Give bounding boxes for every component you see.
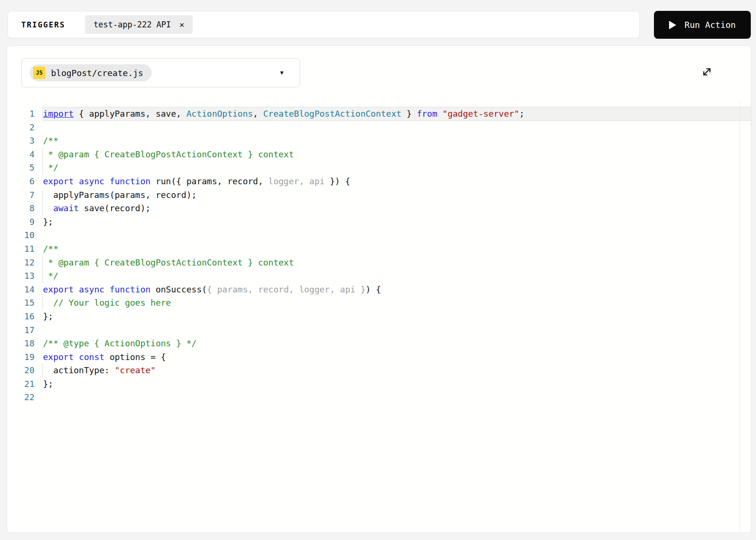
file-name: blogPost/create.js xyxy=(51,68,143,78)
code-editor[interactable]: 1import { applyParams, save, ActionOptio… xyxy=(7,102,751,532)
line-number: 7 xyxy=(7,189,34,202)
line-number: 11 xyxy=(7,242,34,256)
play-icon xyxy=(669,21,676,29)
line-number: 18 xyxy=(7,337,34,351)
code-line[interactable]: 14export async function onSuccess({ para… xyxy=(7,283,751,297)
trigger-chip-label: test-app-222 API xyxy=(94,20,171,29)
trigger-chip[interactable]: test-app-222 API ✕ xyxy=(85,15,193,34)
triggers-bar: TRIGGERS test-app-222 API ✕ xyxy=(8,11,640,38)
triggers-label: TRIGGERS xyxy=(21,20,65,29)
code-line[interactable]: 4 * @param { CreateBlogPostActionContext… xyxy=(7,148,751,162)
code-line[interactable]: 9}; xyxy=(7,215,751,229)
line-number: 1 xyxy=(7,107,34,121)
code-line[interactable]: 19export const options = { xyxy=(7,351,751,364)
file-selector[interactable]: JS blogPost/create.js ▼ xyxy=(21,58,300,87)
code-line[interactable]: 10 xyxy=(7,229,751,242)
line-number: 4 xyxy=(7,148,34,162)
code-line[interactable]: 11/** xyxy=(7,242,751,256)
code-line[interactable]: 20 actionType: "create" xyxy=(7,364,751,377)
code-line[interactable]: 21}; xyxy=(7,377,751,391)
scrollbar-divider xyxy=(739,102,740,532)
line-number: 21 xyxy=(7,377,34,391)
code-line[interactable]: 13 */ xyxy=(7,269,751,283)
line-number: 15 xyxy=(7,296,34,310)
code-line[interactable]: 16}; xyxy=(7,310,751,324)
line-number: 2 xyxy=(7,121,34,135)
line-number: 20 xyxy=(7,364,34,377)
code-line[interactable]: 18/** @type { ActionOptions } */ xyxy=(7,337,751,351)
code-line[interactable]: 22 xyxy=(7,391,751,404)
code-line[interactable]: 12 * @param { CreateBlogPostActionContex… xyxy=(7,256,751,270)
code-line[interactable]: 5 */ xyxy=(7,161,751,175)
javascript-file-icon: JS xyxy=(33,67,45,79)
line-number: 5 xyxy=(7,161,34,175)
line-number: 19 xyxy=(7,351,34,364)
code-line[interactable]: 15 // Your logic goes here xyxy=(7,296,751,310)
line-number: 17 xyxy=(7,324,34,337)
line-number: 6 xyxy=(7,175,34,189)
code-line[interactable]: 3/** xyxy=(7,134,751,148)
file-pill: JS blogPost/create.js xyxy=(30,64,152,81)
expand-icon[interactable] xyxy=(701,66,713,78)
code-line[interactable]: 17 xyxy=(7,324,751,337)
chevron-down-icon: ▼ xyxy=(280,69,284,76)
code-line[interactable]: 2 xyxy=(7,121,751,135)
line-number: 13 xyxy=(7,269,34,283)
remove-trigger-icon[interactable]: ✕ xyxy=(180,21,184,29)
line-number: 12 xyxy=(7,256,34,270)
line-number: 14 xyxy=(7,283,34,297)
code-line[interactable]: 1import { applyParams, save, ActionOptio… xyxy=(7,107,751,121)
line-number: 22 xyxy=(7,391,34,404)
code-lines: 1import { applyParams, save, ActionOptio… xyxy=(7,107,751,404)
code-line[interactable]: 6export async function run({ params, rec… xyxy=(7,175,751,189)
line-number: 10 xyxy=(7,229,34,242)
line-number: 3 xyxy=(7,134,34,148)
run-action-label: Run Action xyxy=(685,20,736,30)
code-line[interactable]: 8 await save(record); xyxy=(7,202,751,215)
line-number: 9 xyxy=(7,215,34,229)
line-number: 8 xyxy=(7,202,34,215)
run-action-button[interactable]: Run Action xyxy=(654,11,751,39)
editor-panel: JS blogPost/create.js ▼ 1import { applyP… xyxy=(7,45,751,533)
line-number: 16 xyxy=(7,310,34,324)
code-line[interactable]: 7 applyParams(params, record); xyxy=(7,189,751,202)
